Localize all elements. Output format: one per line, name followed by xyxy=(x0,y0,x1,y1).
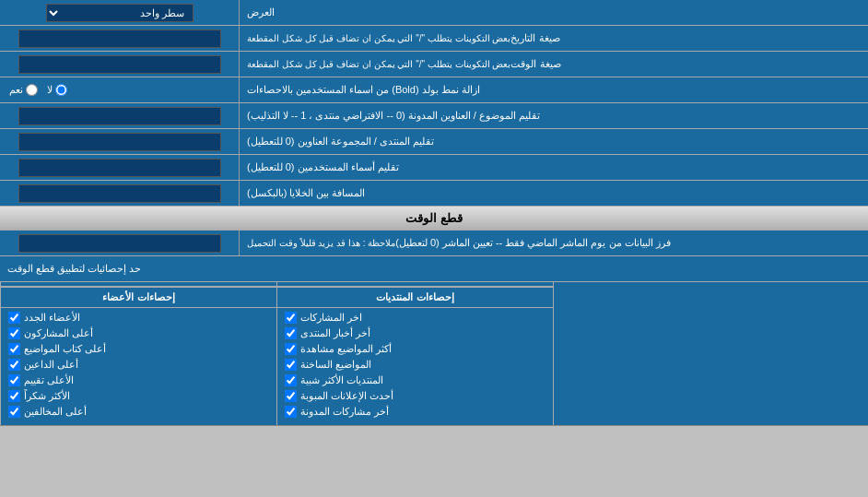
cut-section-header: قطع الوقت xyxy=(0,207,868,231)
bold-no-label[interactable]: لا xyxy=(47,84,67,96)
stat-last-posts-item: اخر المشاركات xyxy=(281,310,549,325)
stat-top-writers-item: أعلى كتاب المواضيع xyxy=(5,341,273,357)
stat-new-members-item: الأعضاء الجدد xyxy=(5,310,273,325)
date-format-input-area: d-m xyxy=(0,26,240,51)
usernames-trim-input-area: 0 xyxy=(0,155,240,180)
stat-similar-forums-check[interactable] xyxy=(285,374,297,386)
display-label: العرض xyxy=(240,0,868,25)
stat-most-thanks-check[interactable] xyxy=(8,390,20,402)
stat-most-viewed-item: أكثر المواضيع مشاهدة xyxy=(281,341,549,357)
bold-yes-radio[interactable] xyxy=(26,84,38,96)
stat-recent-ads-item: أحدث الإعلانات المبوبة xyxy=(281,388,549,404)
stat-top-rated-check[interactable] xyxy=(8,374,20,386)
stats-col-members: إحصاءات الأعضاء الأعضاء الجدد أعلى المشا… xyxy=(0,282,276,425)
display-select-area: سطر واحدسطرينثلاثة أسطر xyxy=(0,0,240,25)
forum-order-input[interactable]: 33 xyxy=(18,133,221,151)
usernames-trim-input[interactable]: 0 xyxy=(18,159,221,177)
date-format-input[interactable]: d-m xyxy=(18,30,221,48)
time-format-input[interactable]: H:i xyxy=(18,55,221,74)
cell-spacing-label: المسافة بين الخلايا (بالبكسل) xyxy=(240,181,868,206)
cut-days-input-area: 0 xyxy=(0,231,240,255)
forum-order-input-area: 33 xyxy=(0,129,240,154)
bold-yes-label[interactable]: نعم xyxy=(9,84,38,96)
stat-top-negative-check[interactable] xyxy=(8,406,20,418)
bold-remove-row: ازالة نمط بولد (Bold) من اسماء المستخدمي… xyxy=(0,77,868,103)
cell-spacing-input[interactable]: 2 xyxy=(18,184,221,203)
stat-similar-forums-item: المنتديات الأكثر شبية xyxy=(281,373,549,388)
topics-order-input-area: 33 xyxy=(0,103,240,128)
cell-spacing-row: المسافة بين الخلايا (بالبكسل) 2 xyxy=(0,181,868,207)
stat-top-rated-item: الأعلى تقييم xyxy=(5,373,273,388)
date-format-label: صيغة التاريخ بعض التكوينات يتطلب "/" الت… xyxy=(240,26,868,51)
stats-limit-label: حد إحصائيات لتطبيق قطع الوقت xyxy=(0,256,868,281)
stats-col-forums-items: اخر المشاركات أخر أخبار المنتدى أكثر الم… xyxy=(277,308,553,421)
display-row: العرض سطر واحدسطرينثلاثة أسطر xyxy=(0,0,868,26)
stat-last-forum-news-check[interactable] xyxy=(285,327,297,339)
forum-order-row: تقليم المنتدى / المجموعة العناوين (0 للت… xyxy=(0,129,868,155)
time-format-label: صيغة الوقت بعض التكوينات يتطلب "/" التي … xyxy=(240,52,868,77)
stat-top-posters-check[interactable] xyxy=(8,327,20,339)
cut-days-input[interactable]: 0 xyxy=(18,234,221,253)
topics-order-input[interactable]: 33 xyxy=(18,107,221,125)
stat-top-negative-item: أعلى المخالفين xyxy=(5,404,273,420)
stat-active-topics-item: المواضيع الساخنة xyxy=(281,357,549,373)
stats-col-members-items: الأعضاء الجدد أعلى المشاركون أعلى كتاب ا… xyxy=(1,308,276,421)
stat-top-posters-item: أعلى المشاركون xyxy=(5,325,273,341)
stat-new-members-check[interactable] xyxy=(8,312,20,324)
time-format-row: صيغة الوقت بعض التكوينات يتطلب "/" التي … xyxy=(0,52,868,77)
stats-col-forums: إحصاءات المنتديات اخر المشاركات أخر أخبا… xyxy=(276,282,553,425)
display-select[interactable]: سطر واحدسطرينثلاثة أسطر xyxy=(46,4,194,22)
stat-last-forum-news-item: أخر أخبار المنتدى xyxy=(281,325,549,341)
stat-top-writers-check[interactable] xyxy=(8,343,20,355)
stats-limit-row: حد إحصائيات لتطبيق قطع الوقت xyxy=(0,256,868,282)
usernames-trim-label: تقليم أسماء المستخدمين (0 للتعطيل) xyxy=(240,155,868,180)
date-format-row: صيغة التاريخ بعض التكوينات يتطلب "/" الت… xyxy=(0,26,868,52)
bold-remove-radio-area: لا نعم xyxy=(0,77,240,102)
stat-last-pinned-check[interactable] xyxy=(285,406,297,418)
topics-order-row: تقليم الموضوع / العناوين المدونة (0 -- ا… xyxy=(0,103,868,129)
stats-col-forums-header: إحصاءات المنتديات xyxy=(277,286,553,308)
stat-active-topics-check[interactable] xyxy=(285,359,297,371)
stat-last-posts-check[interactable] xyxy=(285,312,297,324)
topics-order-label: تقليم الموضوع / العناوين المدونة (0 -- ا… xyxy=(240,103,868,128)
bold-remove-label: ازالة نمط بولد (Bold) من اسماء المستخدمي… xyxy=(240,77,868,102)
stat-top-visitors-check[interactable] xyxy=(8,359,20,371)
cut-days-label: فرز البيانات من يوم الماشر الماضي فقط --… xyxy=(240,231,868,255)
stat-top-visitors-item: أعلى الداعين xyxy=(5,357,273,373)
stat-recent-ads-check[interactable] xyxy=(285,390,297,402)
stats-col-members-header: إحصاءات الأعضاء xyxy=(1,286,276,308)
cut-days-row: فرز البيانات من يوم الماشر الماضي فقط --… xyxy=(0,231,868,256)
bold-no-radio[interactable] xyxy=(55,84,67,96)
cell-spacing-input-area: 2 xyxy=(0,181,240,206)
stat-most-thanks-item: الأكثر شكراً xyxy=(5,388,273,404)
stats-columns: إحصاءات المنتديات اخر المشاركات أخر أخبا… xyxy=(0,282,868,426)
stat-last-pinned-item: أخر مشاركات المدونة xyxy=(281,404,549,420)
main-container: العرض سطر واحدسطرينثلاثة أسطر صيغة التار… xyxy=(0,0,868,426)
stat-most-viewed-check[interactable] xyxy=(285,343,297,355)
usernames-trim-row: تقليم أسماء المستخدمين (0 للتعطيل) 0 xyxy=(0,155,868,181)
time-format-input-area: H:i xyxy=(0,52,240,77)
forum-order-label: تقليم المنتدى / المجموعة العناوين (0 للت… xyxy=(240,129,868,154)
